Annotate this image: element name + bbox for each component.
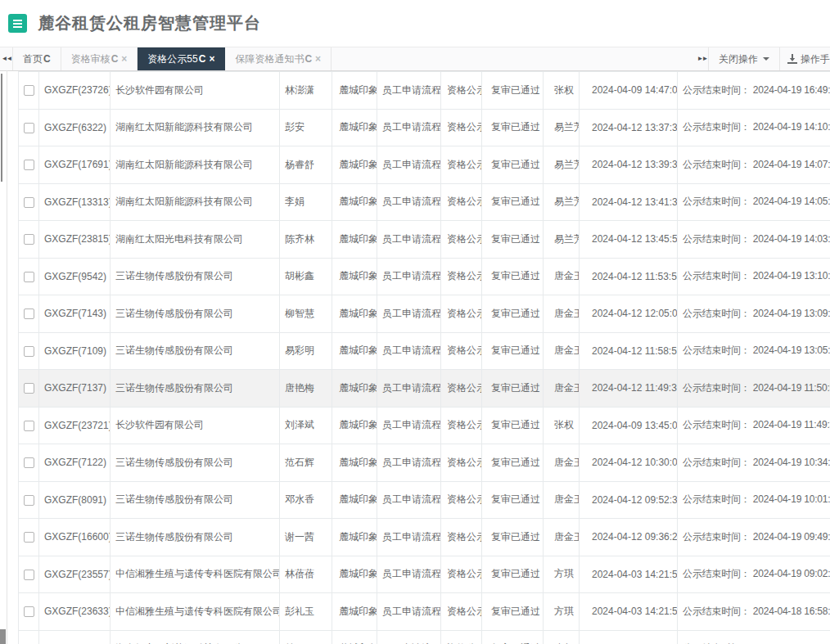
cell-process-type: 员工申请流程 (377, 630, 441, 644)
cell-current-stage: 资格公示 (441, 519, 482, 556)
row-checkbox[interactable] (24, 197, 34, 208)
cell-process-type: 员工申请流程 (377, 332, 441, 370)
cell-applicant-name: 陈齐林 (280, 221, 332, 259)
cell-process-type: 员工申请流程 (377, 258, 441, 295)
cell-project-name: 麓城印象 (332, 407, 377, 444)
table-row[interactable]: 湖南红太阳新能源科技有限公司 林 麓城印象 员工申请流程 资格公示 复审已通过 … (19, 630, 830, 644)
cell-publicity-end-time: 公示结束时间： 2024-04-19 09:02:33 (678, 630, 830, 644)
cell-publicity-end-time: 公示结束时间： 2024-04-19 14:03:58 (678, 221, 830, 259)
row-checkbox[interactable] (24, 383, 34, 394)
cell-reviewer-name: 唐金玉 (544, 295, 580, 333)
refresh-icon[interactable]: C (199, 53, 206, 65)
refresh-icon[interactable]: C (111, 53, 119, 65)
table-row[interactable]: GXGZF(23633) 中信湘雅生殖与遗传专科医院有限公司 彭礼玉 麓城印象 … (19, 593, 830, 631)
row-checkbox-cell (19, 72, 39, 110)
table-row[interactable]: GXGZF(23721) 长沙软件园有限公司 刘泽斌 麓城印象 员工申请流程 资… (19, 407, 830, 444)
hamburger-menu-button[interactable] (8, 14, 27, 33)
row-checkbox[interactable] (24, 160, 34, 170)
row-checkbox[interactable] (24, 606, 34, 617)
cell-publicity-end-time: 公示结束时间： 2024-04-19 11:50:51 (678, 370, 830, 408)
cell-publicity-end-time: 公示结束时间： 2024-04-19 13:05:30 (678, 332, 830, 370)
refresh-icon[interactable]: C (43, 53, 51, 65)
cell-current-stage: 资格公示 (441, 630, 482, 644)
table-row[interactable]: GXGZF(13313) 湖南红太阳新能源科技有限公司 李娟 麓城印象 员工申请… (19, 183, 830, 221)
cell-process-type: 员工申请流程 (377, 295, 441, 333)
table-row[interactable]: GXGZF(16600) 三诺生物传感股份有限公司 谢一茜 麓城印象 员工申请流… (19, 519, 830, 556)
row-checkbox-cell (19, 221, 39, 259)
cell-review-time: 2024-04-12 13:41:34 (580, 183, 678, 221)
table-row[interactable]: GXGZF(7137) 三诺生物传感股份有限公司 唐艳梅 麓城印象 员工申请流程… (19, 370, 830, 408)
tabs-scroll-right-button[interactable]: ►► (696, 47, 708, 70)
tab[interactable]: 首页C (12, 47, 61, 70)
cell-publicity-end-time: 公示结束时间： 2024-04-19 14:07:44 (678, 146, 830, 184)
cell-review-status: 复审已通过 (482, 295, 544, 333)
close-operations-dropdown[interactable]: 关闭操作 (708, 47, 780, 70)
refresh-icon[interactable]: C (304, 53, 312, 65)
table-row[interactable]: GXGZF(8091) 三诺生物传感股份有限公司 邓水香 麓城印象 员工申请流程… (19, 481, 830, 519)
cell-process-type: 员工申请流程 (377, 444, 441, 482)
table-row[interactable]: GXGZF(23726) 长沙软件园有限公司 林澎潇 麓城印象 员工申请流程 资… (19, 72, 830, 110)
cell-applicant-name: 柳智慧 (280, 295, 332, 333)
row-checkbox[interactable] (24, 570, 34, 580)
tab[interactable]: 资格审核C× (61, 47, 138, 70)
cell-applicant-name: 易彩明 (280, 332, 332, 370)
row-checkbox[interactable] (24, 308, 34, 319)
cell-project-name: 麓城印象 (332, 109, 377, 146)
row-checkbox[interactable] (24, 532, 34, 543)
cell-project-name: 麓城印象 (332, 630, 377, 644)
cell-current-stage: 资格公示 (441, 481, 482, 519)
table-row[interactable]: GXGZF(7122) 三诺生物传感股份有限公司 范石辉 麓城印象 员工申请流程… (19, 444, 830, 482)
row-checkbox[interactable] (24, 495, 34, 506)
tab-label: 资格审核 (71, 52, 111, 66)
cell-application-code: GXGZF(23721) (39, 407, 111, 444)
cell-reviewer-name: 易兰芳 (544, 146, 580, 184)
cell-reviewer-name: 易兰芳 (544, 183, 580, 221)
row-checkbox-cell (19, 556, 39, 593)
cell-applicant-name: 林蓓蓓 (280, 556, 332, 593)
close-icon[interactable]: × (315, 53, 321, 65)
cell-publicity-end-time: 公示结束时间： 2024-04-19 13:09:39 (678, 295, 830, 333)
row-checkbox[interactable] (24, 234, 34, 245)
cell-process-type: 员工申请流程 (377, 407, 441, 444)
cell-review-status: 复审已通过 (482, 258, 544, 295)
row-checkbox-cell (19, 519, 39, 556)
cell-review-time: 2024-04-03 14:21:56 (580, 556, 678, 593)
table-row[interactable]: GXGZF(23815) 湖南红太阳光电科技有限公司 陈齐林 麓城印象 员工申请… (19, 221, 830, 259)
cell-current-stage: 资格公示 (441, 221, 482, 259)
row-checkbox[interactable] (24, 421, 34, 431)
table-row[interactable]: GXGZF(17691) 湖南红太阳新能源科技有限公司 杨睿舒 麓城印象 员工申… (19, 146, 830, 184)
page-title: 麓谷租赁公租房智慧管理平台 (38, 12, 261, 34)
table-row[interactable]: GXGZF(7109) 三诺生物传感股份有限公司 易彩明 麓城印象 员工申请流程… (19, 332, 830, 370)
table-row[interactable]: GXGZF(9542) 三诺生物传感股份有限公司 胡彬鑫 麓城印象 员工申请流程… (19, 258, 830, 295)
row-checkbox[interactable] (24, 457, 34, 468)
tab[interactable]: 保障资格通知书C× (225, 47, 332, 70)
cell-publicity-end-time: 公示结束时间： 2024-04-19 13:10:54 (678, 258, 830, 295)
table-row[interactable]: GXGZF(7143) 三诺生物传感股份有限公司 柳智慧 麓城印象 员工申请流程… (19, 295, 830, 333)
cell-application-code: GXGZF(7109) (39, 332, 111, 370)
cell-review-time: 2024-04-12 11:53:53 (580, 258, 678, 295)
close-icon[interactable]: × (209, 53, 214, 65)
close-icon[interactable]: × (121, 53, 127, 65)
row-checkbox[interactable] (24, 346, 34, 357)
cell-publicity-end-time: 公示结束时间： 2024-04-19 10:01:49 (678, 481, 830, 519)
cell-process-type: 员工申请流程 (377, 519, 441, 556)
row-checkbox[interactable] (24, 123, 34, 133)
table-row[interactable]: GXGZF(23557) 中信湘雅生殖与遗传专科医院有限公司 林蓓蓓 麓城印象 … (19, 556, 830, 593)
row-checkbox-cell (19, 593, 39, 631)
cell-review-time: 2024-04-12 11:49:35 (580, 370, 678, 408)
row-checkbox[interactable] (24, 272, 34, 282)
row-checkbox[interactable] (24, 85, 34, 96)
operation-manual-button[interactable]: 操作手 (780, 47, 830, 70)
cell-publicity-end-time: 公示结束时间： 2024-04-19 09:49:42 (678, 519, 830, 556)
cell-publicity-end-time: 公示结束时间： 2024-04-19 16:49:10 (678, 72, 830, 110)
cell-company-name: 中信湘雅生殖与遗传专科医院有限公司 (111, 556, 280, 593)
table-row[interactable]: GXGZF(6322) 湖南红太阳新能源科技有限公司 彭安 麓城印象 员工申请流… (19, 109, 830, 146)
tab-bar-right-controls: ►► 关闭操作 操作手 (696, 47, 830, 70)
left-scrollbar-bottom-block (0, 629, 6, 644)
close-operations-label: 关闭操作 (719, 52, 758, 66)
left-scrollbar-thumb[interactable] (1, 74, 2, 182)
cell-process-type: 员工申请流程 (377, 593, 441, 631)
tabs-scroll-left-button[interactable]: ◄◄ (0, 47, 12, 70)
tab[interactable]: 资格公示55C× (138, 47, 225, 70)
cell-reviewer-name: 张权 (544, 72, 580, 110)
